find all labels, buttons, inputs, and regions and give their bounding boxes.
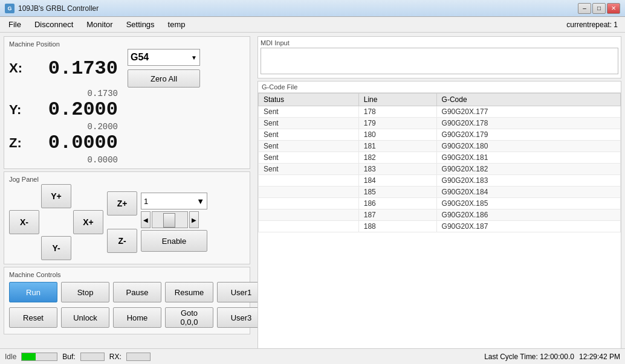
main-content: Machine Position X: 0.1730 G54 ▼ Zero Al… — [0, 33, 625, 364]
menu-items: File Disconnect Monitor Settings temp — [2, 18, 192, 31]
table-row: 184G90G20X.183 — [259, 175, 621, 187]
table-row: Sent183G90G20X.182 — [259, 164, 621, 175]
mdi-input[interactable] — [261, 48, 618, 74]
step-dropdown[interactable]: 1 ▼ — [141, 193, 207, 209]
machine-controls-label: Machine Controls — [9, 271, 245, 278]
rx-label: RX: — [109, 353, 121, 361]
gcode-label: G-Code File — [258, 81, 621, 93]
jog-z-col: Z+ Z- — [107, 191, 137, 253]
mdi-section: MDI Input — [257, 36, 621, 78]
home-button[interactable]: Home — [113, 307, 161, 328]
zero-all-button[interactable]: Zero All — [128, 69, 200, 88]
z-axis-sub-value: 0.0000 — [33, 155, 118, 165]
coord-value: G54 — [131, 52, 149, 63]
y-axis-sub-value: 0.2000 — [33, 122, 118, 132]
col-gcode: G-Code — [436, 94, 620, 106]
table-row: 185G90G20X.184 — [259, 187, 621, 198]
x-axis-label: X: — [9, 60, 33, 76]
menu-monitor[interactable]: Monitor — [80, 18, 118, 31]
enable-button[interactable]: Enable — [141, 230, 207, 252]
menu-disconnect[interactable]: Disconnect — [28, 18, 79, 31]
position-label: Machine Position — [9, 40, 245, 48]
x-axis-row: X: 0.1730 G54 ▼ Zero All — [9, 49, 245, 88]
table-row: Sent180G90G20X.179 — [259, 129, 621, 141]
buf-label: Buf: — [62, 353, 75, 361]
jog-panel-label: Jog Panel — [9, 176, 245, 183]
coord-select-area: G54 ▼ Zero All — [128, 49, 200, 88]
coord-dropdown[interactable]: G54 ▼ — [128, 49, 200, 66]
menu-bar: File Disconnect Monitor Settings temp cu… — [0, 17, 625, 33]
menu-temp[interactable]: temp — [162, 18, 192, 31]
jog-z-plus-button[interactable]: Z+ — [107, 191, 137, 216]
unlock-button[interactable]: Unlock — [61, 307, 109, 328]
x-axis-value: 0.1730 — [33, 57, 118, 80]
step-value: 1 — [144, 197, 148, 206]
status-bar: Idle Buf: RX: Last Cycle Time: 12:00:00.… — [0, 348, 625, 364]
table-row: 186G90G20X.185 — [259, 198, 621, 209]
menu-settings[interactable]: Settings — [120, 18, 161, 31]
status-indicator — [21, 353, 57, 361]
table-row: Sent178G90G20X.177 — [259, 106, 621, 118]
controls-row-1: Run Stop Pause Resume User1 Run from cur… — [9, 279, 245, 305]
jog-x-plus-button[interactable]: X+ — [73, 210, 103, 234]
app-icon: G — [5, 4, 15, 13]
y-axis-value: 0.2000 — [33, 98, 118, 121]
slider-left-arrow[interactable]: ◀ — [141, 211, 151, 228]
z-axis-label: Z: — [9, 135, 33, 151]
x-axis-sub-value: 0.1730 — [33, 89, 118, 98]
rx-indicator — [126, 353, 151, 361]
jog-section: Jog Panel Y+ X- X+ Y- — [4, 171, 250, 264]
jog-y-plus-button[interactable]: Y+ — [41, 184, 71, 208]
right-panel: MDI Input G-Code File Status Line G-Code… — [254, 33, 625, 364]
jog-x-minus-button[interactable]: X- — [9, 210, 39, 234]
gcode-section: G-Code File Status Line G-Code Sent178G9… — [257, 81, 621, 360]
close-button[interactable]: ✕ — [607, 3, 620, 14]
position-section: Machine Position X: 0.1730 G54 ▼ Zero Al… — [4, 36, 250, 169]
title-bar-left: G 109JB's GRBL Controller — [5, 4, 99, 13]
jog-xy-grid: Y+ X- X+ Y- — [9, 184, 103, 260]
reset-button[interactable]: Reset — [9, 307, 57, 328]
window-title: 109JB's GRBL Controller — [18, 4, 99, 13]
jog-grid: Y+ X- X+ Y- Z+ Z- — [9, 184, 245, 260]
jog-z-minus-button[interactable]: Z- — [107, 229, 137, 253]
coord-dropdown-arrow: ▼ — [191, 54, 197, 61]
z-axis-row: Z: 0.0000 — [9, 132, 245, 154]
pause-button[interactable]: Pause — [113, 282, 161, 302]
jog-y-minus-button[interactable]: Y- — [41, 236, 71, 260]
menu-file[interactable]: File — [2, 18, 27, 31]
table-row: 188G90G20X.187 — [259, 221, 621, 232]
current-repeat: currentrepeat: 1 — [566, 21, 623, 29]
y-axis-row: Y: 0.2000 — [9, 98, 245, 121]
run-button[interactable]: Run — [9, 282, 57, 302]
minimize-button[interactable]: – — [578, 3, 591, 14]
table-row: Sent179G90G20X.178 — [259, 118, 621, 129]
table-row: Sent181G90G20X.180 — [259, 141, 621, 152]
slider-right-arrow[interactable]: ▶ — [189, 211, 199, 228]
machine-controls-section: Machine Controls Run Stop Pause Resume U… — [4, 267, 250, 334]
maximize-button[interactable]: □ — [592, 3, 606, 14]
gcode-table: Status Line G-Code Sent178G90G20X.177Sen… — [258, 93, 621, 232]
col-status: Status — [259, 94, 359, 106]
left-panel: Machine Position X: 0.1730 G54 ▼ Zero Al… — [0, 33, 254, 364]
goto-000-button[interactable]: Goto 0,0,0 — [165, 307, 213, 328]
stop-button[interactable]: Stop — [61, 282, 109, 302]
last-cycle-label: Last Cycle Time: 12:00:00.0 — [484, 353, 574, 361]
gcode-scroll-area[interactable]: Status Line G-Code Sent178G90G20X.177Sen… — [258, 93, 621, 357]
y-axis-label: Y: — [9, 102, 33, 118]
controls-row-2: Reset Unlock Home Goto 0,0,0 User3 Singl… — [9, 307, 245, 328]
col-line: Line — [358, 94, 436, 106]
jog-right-col: 1 ▼ ◀ ▶ Enable — [141, 193, 207, 252]
status-idle-label: Idle — [5, 353, 16, 361]
current-time: 12:29:42 PM — [579, 353, 620, 361]
step-slider-area: ◀ ▶ — [141, 211, 207, 228]
z-axis-value: 0.0000 — [33, 132, 118, 154]
mdi-label: MDI Input — [261, 39, 618, 46]
buf-indicator — [80, 353, 105, 361]
slider-thumb[interactable] — [163, 213, 175, 228]
table-row: Sent182G90G20X.181 — [259, 152, 621, 164]
table-row: 187G90G20X.186 — [259, 209, 621, 221]
slider-track[interactable] — [152, 211, 188, 228]
step-dropdown-arrow: ▼ — [196, 197, 204, 206]
resume-button[interactable]: Resume — [165, 282, 213, 302]
title-bar: G 109JB's GRBL Controller – □ ✕ — [0, 0, 625, 17]
